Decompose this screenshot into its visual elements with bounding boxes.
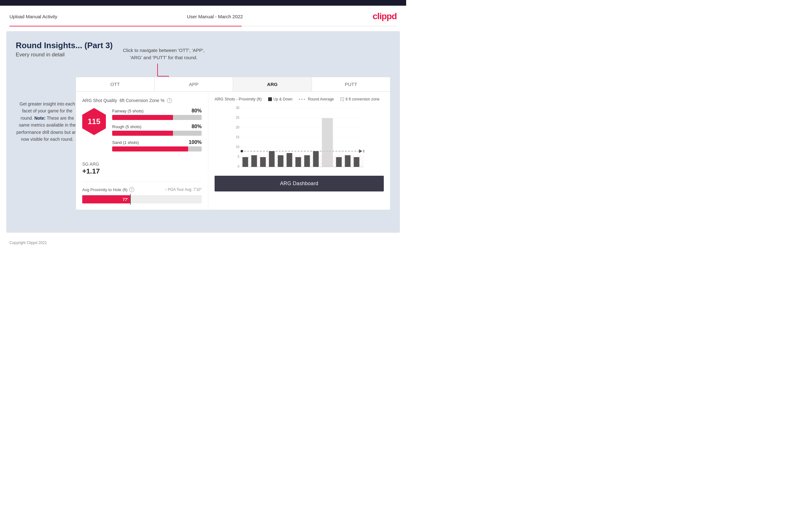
card-body: ARG Shot Quality 6ft Conversion Zone % ?… [76, 92, 390, 210]
tab-arg[interactable]: ARG [233, 77, 312, 91]
main-card: OTT APP ARG PUTT ARG Shot Quality 6ft Co… [75, 77, 391, 210]
legend-hatched-icon [340, 97, 344, 101]
tab-app[interactable]: APP [155, 77, 234, 91]
sg-label: SG ARG [82, 162, 202, 167]
legend-round-avg-label: Round Average [308, 97, 334, 101]
tab-putt[interactable]: PUTT [312, 77, 391, 91]
svg-rect-35 [345, 155, 351, 167]
sand-bar-fill [112, 147, 188, 152]
svg-rect-33 [322, 118, 333, 167]
svg-text:15: 15 [236, 135, 240, 139]
legend-square-icon [268, 97, 272, 101]
pga-label: ↑ PGA Tour Avg: 7'10" [165, 187, 202, 192]
header: Upload Manual Activity User Manual - Mar… [0, 6, 406, 26]
svg-text:25: 25 [236, 116, 240, 119]
left-description: Get greater insight into each facet of y… [16, 101, 79, 143]
proximity-header: Avg Proximity to Hole (ft) ? ↑ PGA Tour … [82, 187, 202, 192]
chart-svg: 30 25 20 15 10 5 0 [215, 105, 384, 174]
svg-rect-34 [336, 157, 342, 167]
chart-header: ARG Shots - Proximity (ft) Up & Down Rou… [215, 97, 384, 101]
fairway-row: Fairway (5 shots) 80% [112, 108, 202, 120]
sand-row: Sand (1 shots) 100% [112, 139, 202, 152]
tabs: OTT APP ARG PUTT [76, 77, 390, 92]
note-label: Note: [34, 116, 46, 121]
proximity-bar-fill: 77' [82, 195, 130, 204]
arg-dashboard-button[interactable]: ARG Dashboard [215, 176, 384, 191]
rough-pct: 80% [192, 124, 202, 129]
svg-text:8: 8 [363, 150, 365, 153]
svg-rect-36 [354, 157, 359, 167]
legend-up-down-label: Up & Down [273, 97, 293, 101]
svg-rect-30 [296, 157, 301, 167]
legend-conversion-zone: 6 ft conversion zone [340, 97, 379, 101]
footer: Copyright Clippd 2021 [0, 237, 406, 248]
rough-row: Rough (5 shots) 80% [112, 124, 202, 136]
sg-section: SG ARG +1.17 [82, 162, 202, 175]
svg-rect-24 [243, 157, 248, 167]
legend-round-avg: Round Average [299, 97, 334, 101]
sand-bar-track [112, 147, 202, 152]
hexagon-value: 115 [82, 108, 106, 135]
conversion-zone-label: 6ft Conversion Zone % [120, 98, 164, 103]
chart-title: ARG Shots - Proximity (ft) [215, 97, 262, 101]
clippd-logo: clippd [373, 11, 397, 21]
fairway-bar-track [112, 115, 202, 120]
legend-up-down: Up & Down [268, 97, 293, 101]
svg-text:20: 20 [236, 126, 240, 129]
legend-conversion-label: 6 ft conversion zone [346, 97, 379, 101]
legend-dashed-icon [299, 99, 306, 100]
panel-header: ARG Shot Quality 6ft Conversion Zone % ? [82, 98, 202, 103]
svg-rect-27 [269, 151, 275, 167]
svg-text:10: 10 [236, 145, 240, 149]
proximity-label: Avg Proximity to Hole (ft) ? [82, 187, 134, 192]
right-panel: ARG Shots - Proximity (ft) Up & Down Rou… [208, 92, 390, 210]
rough-label: Rough (5 shots) [112, 124, 142, 129]
sand-label: Sand (1 shots) [112, 140, 139, 145]
svg-rect-26 [260, 157, 266, 167]
svg-marker-22 [359, 149, 362, 153]
sg-value: +1.17 [82, 167, 202, 175]
rough-bar-fill [112, 131, 173, 136]
svg-rect-32 [313, 151, 319, 167]
svg-rect-29 [287, 153, 292, 167]
svg-text:0: 0 [238, 165, 240, 168]
user-manual-date-label: User Manual - March 2022 [187, 14, 243, 19]
arg-shot-quality-label: ARG Shot Quality [82, 98, 117, 103]
header-divider [9, 26, 397, 26]
svg-point-21 [241, 150, 243, 153]
proximity-bar-track: 77' [82, 195, 202, 204]
rough-bar-track [112, 131, 202, 136]
info-icon[interactable]: ? [167, 98, 172, 103]
hex-container: 115 Fairway (5 shots) 80% [82, 108, 202, 155]
upload-manual-activity-label: Upload Manual Activity [9, 14, 57, 19]
svg-text:30: 30 [236, 106, 240, 110]
fairway-bar-fill [112, 115, 173, 120]
tab-ott[interactable]: OTT [76, 77, 155, 91]
top-bar [0, 0, 406, 6]
main-content: Round Insights... (Part 3) Every round i… [6, 31, 400, 233]
sand-pct: 100% [189, 139, 202, 145]
svg-text:5: 5 [238, 155, 240, 158]
svg-rect-31 [304, 155, 310, 167]
fairway-label: Fairway (5 shots) [112, 109, 144, 113]
fairway-pct: 80% [192, 108, 202, 114]
left-panel: ARG Shot Quality 6ft Conversion Zone % ?… [76, 92, 208, 210]
shot-bars: Fairway (5 shots) 80% Rough (5 shots) [112, 108, 202, 155]
svg-rect-28 [278, 155, 284, 167]
description-text: Get greater insight into each facet of y… [16, 101, 78, 142]
proximity-section: Avg Proximity to Hole (ft) ? ↑ PGA Tour … [82, 182, 202, 204]
copyright-label: Copyright Clippd 2021 [9, 240, 47, 245]
svg-rect-25 [251, 155, 257, 167]
proximity-info-icon[interactable]: ? [129, 187, 134, 192]
chart-area: 30 25 20 15 10 5 0 [215, 105, 384, 174]
proximity-marker [130, 194, 131, 205]
